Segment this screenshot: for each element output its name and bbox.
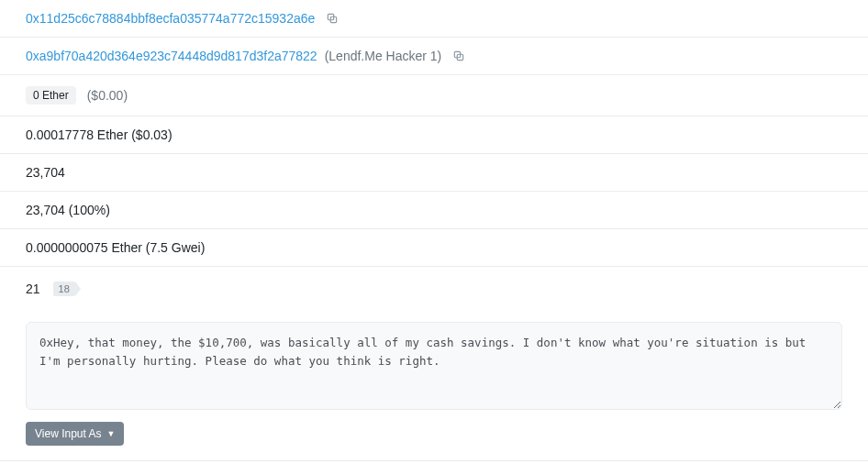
gas-limit-row: 23,704: [0, 154, 868, 192]
gas-used-row: 23,704 (100%): [0, 192, 868, 229]
value-usd: ($0.00): [87, 88, 128, 103]
from-row: 0x11d25c6c78884bbf8ecfa035774a772c15932a…: [0, 0, 868, 38]
value-badge: 0 Ether: [26, 86, 76, 105]
fee-row: 0.00017778 Ether ($0.03): [0, 116, 868, 154]
to-label: (Lendf.Me Hacker 1): [325, 49, 442, 63]
copy-icon[interactable]: [452, 50, 465, 62]
chevron-down-icon: ▼: [107, 429, 116, 438]
fee-value: 0.00017778 Ether ($0.03): [26, 127, 172, 142]
gas-limit-value: 23,704: [26, 165, 65, 180]
from-address-link[interactable]: 0x11d25c6c78884bbf8ecfa035774a772c15932a…: [26, 11, 315, 26]
view-input-label: View Input As: [35, 427, 102, 440]
nonce-row: 21 18: [0, 267, 868, 311]
to-address-link[interactable]: 0xa9bf70a420d364e923c74448d9d817d3f2a778…: [26, 49, 317, 63]
copy-icon[interactable]: [326, 12, 339, 25]
to-row: 0xa9bf70a420d364e923c74448d9d817d3f2a778…: [0, 38, 868, 75]
gas-used-value: 23,704 (100%): [26, 203, 110, 217]
value-row: 0 Ether ($0.00): [0, 75, 868, 116]
nonce-value: 21: [26, 282, 40, 296]
input-data-section: View Input As ▼: [0, 311, 868, 461]
input-data-textarea[interactable]: [26, 322, 842, 410]
position-badge: 18: [53, 282, 75, 296]
gas-price-value: 0.0000000075 Ether (7.5 Gwei): [26, 240, 205, 255]
view-input-as-button[interactable]: View Input As ▼: [26, 422, 124, 446]
gas-price-row: 0.0000000075 Ether (7.5 Gwei): [0, 229, 868, 267]
